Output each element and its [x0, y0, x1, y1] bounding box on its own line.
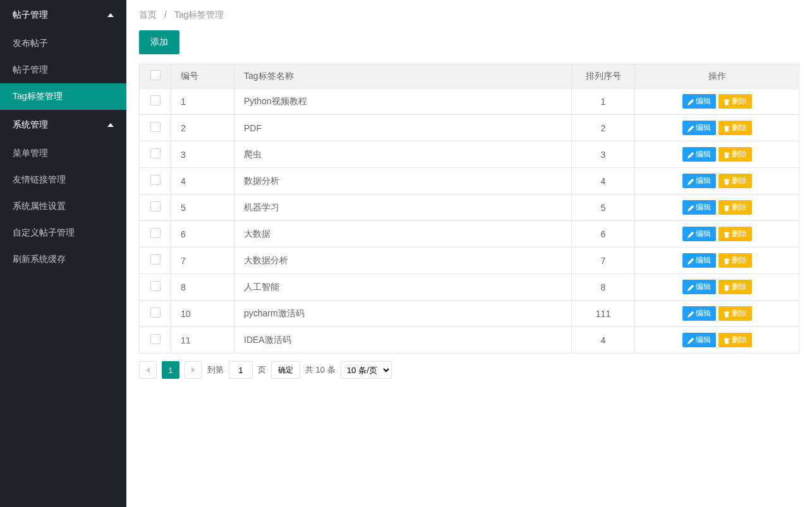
row-id: 11 — [171, 327, 234, 354]
delete-label: 删除 — [732, 335, 747, 345]
chevron-right-icon — [191, 367, 195, 373]
edit-label: 编辑 — [696, 176, 711, 186]
row-id: 6 — [171, 221, 234, 248]
row-name: 数据分析 — [234, 168, 572, 194]
header-name: Tag标签名称 — [234, 64, 572, 88]
row-name: 爬虫 — [234, 141, 572, 168]
edit-button[interactable]: 编辑 — [682, 200, 716, 215]
row-checkbox[interactable] — [150, 307, 161, 318]
edit-label: 编辑 — [696, 282, 711, 292]
trash-icon — [724, 205, 730, 211]
delete-button[interactable]: 删除 — [718, 121, 752, 135]
row-name: PDF — [234, 115, 572, 141]
row-id: 8 — [171, 274, 234, 301]
page-input[interactable] — [229, 361, 253, 379]
row-sort: 3 — [572, 141, 635, 168]
sidebar-item[interactable]: 系统属性设置 — [0, 193, 126, 220]
table-row: 10pycharm激活码111编辑删除 — [140, 301, 799, 327]
pencil-icon — [688, 205, 694, 211]
row-checkbox[interactable] — [150, 122, 161, 132]
prev-page-button[interactable] — [139, 361, 157, 379]
breadcrumb-home[interactable]: 首页 — [139, 9, 157, 20]
edit-button[interactable]: 编辑 — [682, 306, 716, 321]
nav-group-label: 系统管理 — [13, 119, 48, 131]
select-all-checkbox[interactable] — [150, 70, 161, 80]
pencil-icon — [688, 284, 694, 290]
row-sort: 4 — [572, 168, 635, 194]
header-id: 编号 — [171, 64, 234, 88]
delete-button[interactable]: 删除 — [718, 174, 752, 188]
row-checkbox[interactable] — [150, 334, 161, 344]
row-name: 大数据 — [234, 221, 572, 248]
row-sort: 7 — [572, 248, 635, 274]
sidebar-item[interactable]: 友情链接管理 — [0, 167, 126, 193]
row-actions: 编辑删除 — [635, 301, 799, 327]
delete-button[interactable]: 删除 — [718, 227, 752, 241]
goto-confirm-button[interactable]: 确定 — [271, 361, 300, 379]
delete-button[interactable]: 删除 — [718, 147, 752, 162]
sidebar-item[interactable]: 自定义帖子管理 — [0, 220, 126, 246]
row-checkbox[interactable] — [150, 281, 161, 291]
sidebar-item[interactable]: 刷新系统缓存 — [0, 246, 126, 273]
nav-group-title[interactable]: 帖子管理 — [0, 0, 126, 30]
edit-button[interactable]: 编辑 — [682, 227, 716, 241]
row-checkbox[interactable] — [150, 175, 161, 185]
delete-button[interactable]: 删除 — [718, 306, 752, 321]
breadcrumb: 首页 / Tag标签管理 — [139, 9, 799, 21]
edit-button[interactable]: 编辑 — [682, 147, 716, 162]
row-id: 5 — [171, 194, 234, 221]
nav-group-title[interactable]: 系统管理 — [0, 110, 126, 140]
row-checkbox[interactable] — [150, 95, 161, 105]
delete-label: 删除 — [732, 229, 747, 239]
table-row: 1Python视频教程1编辑删除 — [140, 88, 799, 115]
row-actions: 编辑删除 — [635, 194, 799, 221]
delete-button[interactable]: 删除 — [718, 94, 752, 109]
edit-label: 编辑 — [696, 335, 711, 345]
edit-button[interactable]: 编辑 — [682, 94, 716, 109]
row-checkbox[interactable] — [150, 228, 161, 238]
table-row: 8人工智能8编辑删除 — [140, 274, 799, 301]
header-sort: 排列序号 — [572, 64, 635, 88]
add-button[interactable]: 添加 — [139, 30, 179, 54]
row-id: 4 — [171, 168, 234, 194]
row-actions: 编辑删除 — [635, 221, 799, 248]
row-id: 1 — [171, 88, 234, 115]
row-checkbox[interactable] — [150, 201, 161, 212]
delete-button[interactable]: 删除 — [718, 280, 752, 294]
header-checkbox-col — [140, 64, 171, 88]
trash-icon — [724, 125, 730, 131]
sidebar-item[interactable]: 菜单管理 — [0, 140, 126, 167]
trash-icon — [724, 337, 730, 343]
tag-table: 编号 Tag标签名称 排列序号 操作 1Python视频教程1编辑删除2PDF2… — [139, 64, 799, 354]
delete-button[interactable]: 删除 — [718, 253, 752, 268]
row-checkbox[interactable] — [150, 148, 161, 158]
page-suffix: 页 — [258, 364, 266, 376]
delete-label: 删除 — [732, 282, 747, 292]
page-1-button[interactable]: 1 — [162, 361, 179, 379]
per-page-select[interactable]: 10 条/页 — [341, 361, 392, 379]
row-sort: 8 — [572, 274, 635, 301]
delete-button[interactable]: 删除 — [718, 333, 752, 347]
trash-icon — [724, 231, 730, 237]
row-actions: 编辑删除 — [635, 248, 799, 274]
trash-icon — [724, 311, 730, 317]
row-checkbox[interactable] — [150, 254, 161, 265]
edit-button[interactable]: 编辑 — [682, 333, 716, 347]
edit-button[interactable]: 编辑 — [682, 280, 716, 294]
pencil-icon — [688, 337, 694, 343]
next-page-button[interactable] — [185, 361, 202, 379]
edit-button[interactable]: 编辑 — [682, 121, 716, 135]
edit-button[interactable]: 编辑 — [682, 174, 716, 188]
row-sort: 1 — [572, 88, 635, 115]
pencil-icon — [688, 311, 694, 317]
sidebar: 帖子管理发布帖子帖子管理Tag标签管理系统管理菜单管理友情链接管理系统属性设置自… — [0, 0, 126, 507]
sidebar-item[interactable]: 帖子管理 — [0, 57, 126, 83]
delete-button[interactable]: 删除 — [718, 200, 752, 215]
row-actions: 编辑删除 — [635, 141, 799, 168]
delete-label: 删除 — [732, 122, 747, 133]
chevron-up-icon — [107, 13, 114, 17]
delete-label: 删除 — [732, 202, 747, 213]
sidebar-item[interactable]: 发布帖子 — [0, 30, 126, 57]
edit-button[interactable]: 编辑 — [682, 253, 716, 268]
sidebar-item[interactable]: Tag标签管理 — [0, 83, 126, 110]
